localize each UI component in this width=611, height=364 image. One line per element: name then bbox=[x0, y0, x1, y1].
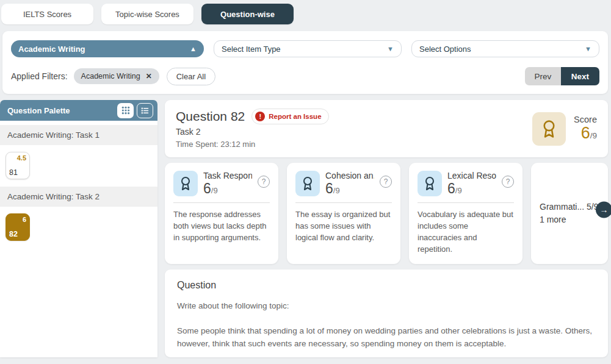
question-subtitle: Task 2 bbox=[176, 127, 329, 137]
list-icon bbox=[140, 106, 150, 115]
options-dropdown-placeholder: Select Options bbox=[419, 45, 471, 54]
divider bbox=[295, 202, 392, 203]
filter-chip-academic-writing[interactable]: Academic Writing ✕ bbox=[74, 68, 159, 84]
question-body-heading: Question bbox=[177, 280, 596, 291]
palette-section-task1-label: Academic Writing: Task 1 bbox=[0, 125, 157, 145]
arrow-right-icon: → bbox=[600, 205, 609, 215]
filter-panel: Academic Writing ▲ Select Item Type ▼ Se… bbox=[2, 31, 608, 94]
question-card-82[interactable]: 6 82 bbox=[5, 213, 30, 241]
content-area: Question Palette Academic Writ bbox=[0, 100, 611, 357]
chevron-up-icon: ▲ bbox=[190, 45, 197, 52]
divider bbox=[418, 202, 514, 203]
question-card-number: 82 bbox=[9, 230, 18, 238]
report-issue-button[interactable]: ! Report an Issue bbox=[251, 109, 328, 124]
question-card-score: 4.5 bbox=[17, 154, 26, 162]
grid-icon bbox=[121, 105, 131, 115]
criterion-description: Vocabulary is adequate but includes some… bbox=[418, 209, 514, 255]
palette-section-task2-cards: 6 82 bbox=[0, 207, 157, 248]
time-spent: Time Spent: 23:12 min bbox=[176, 140, 329, 149]
help-icon[interactable]: ? bbox=[502, 176, 514, 188]
score-value: 6/9 bbox=[574, 124, 597, 143]
question-palette-title: Question Palette bbox=[7, 106, 114, 115]
criterion-description: The response addresses both views but la… bbox=[173, 209, 270, 244]
question-header-left: Question 82 ! Report an Issue Task 2 Tim… bbox=[176, 109, 329, 149]
alert-icon: ! bbox=[255, 112, 265, 121]
grid-view-button[interactable] bbox=[117, 103, 134, 118]
category-dropdown[interactable]: Academic Writing ▲ bbox=[11, 40, 204, 57]
chevron-down-icon: ▼ bbox=[585, 45, 591, 52]
award-icon-tile bbox=[295, 171, 320, 196]
criteria-row: Task Respon... 6/9 ? The response addres… bbox=[165, 163, 608, 264]
divider bbox=[0, 121, 157, 125]
item-type-dropdown[interactable]: Select Item Type ▼ bbox=[214, 40, 402, 57]
criterion-score: 6/9 bbox=[203, 180, 252, 196]
palette-section-task2-label: Academic Writing: Task 2 bbox=[0, 187, 157, 207]
tab-topic-wise-scores[interactable]: Topic-wise Scores bbox=[101, 4, 193, 24]
more-criteria-summary: Grammati... 5/9 bbox=[540, 202, 599, 212]
tab-question-wise[interactable]: Question-wise bbox=[201, 4, 294, 24]
score-max: /9 bbox=[590, 131, 597, 140]
close-icon[interactable]: ✕ bbox=[146, 72, 152, 80]
award-icon bbox=[540, 120, 559, 138]
criterion-title: Task Respon... bbox=[203, 171, 252, 180]
award-icon-tile bbox=[418, 171, 442, 196]
next-button[interactable]: Next bbox=[561, 67, 599, 85]
prev-next-control: Prev Next bbox=[525, 67, 599, 85]
clear-all-button[interactable]: Clear All bbox=[167, 68, 215, 85]
criterion-card-task-response: Task Respon... 6/9 ? The response addres… bbox=[165, 163, 278, 264]
more-criteria-card: Grammati... 5/9 1 more → bbox=[531, 163, 608, 264]
filter-dropdown-row: Academic Writing ▲ Select Item Type ▼ Se… bbox=[11, 40, 599, 57]
question-palette-body: Academic Writing: Task 1 4.5 81 Academic… bbox=[0, 121, 157, 357]
criterion-score: 6/9 bbox=[447, 180, 496, 196]
chevron-down-icon: ▼ bbox=[387, 45, 394, 52]
more-criteria-count: 1 more bbox=[540, 215, 599, 224]
question-header-panel: Question 82 ! Report an Issue Task 2 Tim… bbox=[165, 100, 608, 157]
question-title: Question 82 bbox=[176, 109, 245, 124]
question-header-right: Score 6/9 bbox=[532, 109, 597, 149]
criterion-card-lexical: Lexical Reso... 6/9 ? Vocabulary is adeq… bbox=[409, 163, 522, 264]
question-prompt: Some people think that spending a lot of… bbox=[177, 324, 592, 351]
question-body-panel: Question Write about the following topic… bbox=[165, 269, 608, 357]
question-palette-header: Question Palette bbox=[0, 100, 157, 121]
palette-section-task1-cards: 4.5 81 bbox=[0, 145, 157, 187]
prev-button[interactable]: Prev bbox=[525, 67, 561, 85]
divider bbox=[173, 202, 270, 203]
category-dropdown-value: Academic Writing bbox=[18, 45, 85, 54]
applied-filters-row: Applied Filters: Academic Writing ✕ Clea… bbox=[11, 67, 599, 85]
question-palette-sidebar: Question Palette Academic Writ bbox=[0, 100, 157, 357]
award-icon bbox=[300, 176, 315, 191]
filter-chip-label: Academic Writing bbox=[81, 72, 140, 80]
question-intro: Write about the following topic: bbox=[177, 301, 596, 310]
help-icon[interactable]: ? bbox=[380, 176, 392, 188]
options-dropdown[interactable]: Select Options ▼ bbox=[411, 40, 599, 57]
criterion-title: Lexical Reso... bbox=[447, 171, 496, 180]
award-badge bbox=[532, 112, 566, 146]
report-issue-label: Report an Issue bbox=[269, 113, 321, 120]
award-icon bbox=[178, 176, 193, 191]
award-icon-tile bbox=[173, 171, 198, 196]
question-card-number: 81 bbox=[9, 168, 18, 177]
tabs-bar: IELTS Scores Topic-wise Scores Question-… bbox=[0, 0, 611, 24]
criterion-title: Cohesion an... bbox=[325, 171, 374, 180]
question-card-81[interactable]: 4.5 81 bbox=[5, 152, 30, 179]
criterion-score: 6/9 bbox=[325, 180, 374, 196]
criterion-card-cohesion: Cohesion an... 6/9 ? The essay is organi… bbox=[287, 163, 400, 264]
list-view-button[interactable] bbox=[137, 103, 153, 118]
criterion-description: The essay is organized but has some issu… bbox=[295, 209, 392, 244]
tab-ielts-scores[interactable]: IELTS Scores bbox=[1, 4, 93, 24]
question-card-score: 6 bbox=[23, 216, 26, 223]
applied-filters-label: Applied Filters: bbox=[11, 71, 68, 81]
award-icon bbox=[422, 176, 437, 191]
question-detail-column: Question 82 ! Report an Issue Task 2 Tim… bbox=[165, 100, 608, 357]
help-icon[interactable]: ? bbox=[258, 176, 270, 188]
item-type-dropdown-placeholder: Select Item Type bbox=[222, 45, 281, 54]
score-label: Score bbox=[574, 115, 597, 124]
expand-criteria-button[interactable]: → bbox=[596, 201, 611, 218]
